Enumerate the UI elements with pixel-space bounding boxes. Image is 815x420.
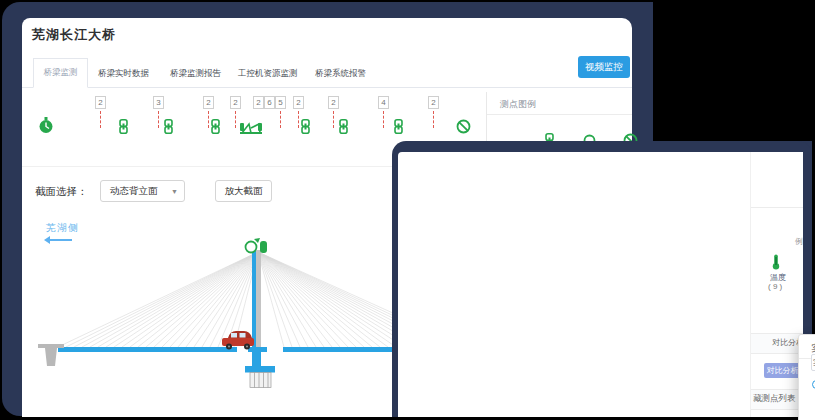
bridge-pier-cap xyxy=(245,366,275,373)
right-sidebar-strip: 例 温度 ( 9 ) 对比分析 对比分析 藏测点列表 xyxy=(750,152,803,417)
section-select-label: 截面选择： xyxy=(35,185,88,199)
sensor-count-badge: 2 xyxy=(328,96,339,109)
zoom-section-button[interactable]: 放大截面 xyxy=(215,180,272,202)
link-icon[interactable] xyxy=(299,119,312,138)
legend-panel-underline xyxy=(487,114,632,115)
bridge-pylon xyxy=(256,250,261,347)
link-icon[interactable] xyxy=(337,119,350,138)
realtime-curve-modal: 实时曲线 × 实时曲线图 监控回放 最近两个月 查询开始时间 - 查询结束时间 … xyxy=(798,334,815,420)
strip-fragment-text: 例 xyxy=(795,236,803,247)
sensor-dash-line xyxy=(235,111,236,128)
front-page: 例 温度 ( 9 ) 对比分析 对比分析 藏测点列表 实时曲线 × 实时曲线图 … xyxy=(398,152,803,417)
sensor-dash-line xyxy=(158,111,159,128)
sensor-count-badge: 2 xyxy=(95,96,106,109)
sensor-count-badge: 2 xyxy=(230,96,241,109)
sensor-count-badge: 3 xyxy=(153,96,164,109)
bridge-side-label: 芜湖侧 xyxy=(46,221,79,235)
tab-realtime-curve[interactable]: 实时曲线图 xyxy=(811,354,815,371)
bridge-piles xyxy=(250,373,271,388)
black-region xyxy=(653,0,813,141)
clock-icon[interactable] xyxy=(38,117,54,138)
video-monitor-button[interactable]: 视频监控 xyxy=(578,56,630,78)
bridge-abutment xyxy=(38,344,64,366)
section-select-dropdown[interactable]: 动态背立面 ▼ xyxy=(100,180,185,202)
sensor-dash-line xyxy=(280,111,281,128)
sensor-count-badge: 2 xyxy=(293,96,304,109)
tab-桥梁监测[interactable]: 桥梁监测 xyxy=(33,58,88,88)
sensor-dash-line xyxy=(333,111,334,128)
y-axis-tick: 2,500 xyxy=(803,409,815,418)
sensor-count-badge: 2 xyxy=(253,96,264,109)
tab-divider xyxy=(22,87,632,88)
bridge-deck-center xyxy=(248,347,267,352)
temperature-count: ( 9 ) xyxy=(768,282,782,291)
sensor-count-badge: 2 xyxy=(203,96,214,109)
car xyxy=(222,331,254,350)
link-icon[interactable] xyxy=(209,119,222,138)
ban-icon[interactable] xyxy=(456,119,471,138)
legend-panel-title: 测点图例 xyxy=(500,98,536,111)
compare-analysis-button[interactable]: 对比分析 xyxy=(764,363,801,378)
section-select-value: 动态背立面 xyxy=(110,185,158,198)
tab-工控机资源监测[interactable]: 工控机资源监测 xyxy=(238,68,298,80)
tab-桥梁监测报告[interactable]: 桥梁监测报告 xyxy=(170,68,221,80)
sensor-dash-line xyxy=(100,111,101,128)
sensor-count-badge: 6 xyxy=(264,96,275,109)
sensor-dash-line xyxy=(383,111,384,128)
page-title: 芜湖长江大桥 xyxy=(32,26,116,44)
bridge-sensor-icon[interactable] xyxy=(239,120,263,140)
sensor-count-badge: 2 xyxy=(428,96,439,109)
point-list-header: 藏测点列表 xyxy=(753,393,796,405)
sensor-count-badge: 5 xyxy=(275,96,286,109)
sensor-dash-line xyxy=(433,111,434,128)
chevron-down-icon: ▼ xyxy=(171,188,178,195)
pylon-sensor-icon[interactable] xyxy=(260,241,267,253)
bridge-deck-left xyxy=(58,347,237,352)
tab-桥梁系统报警[interactable]: 桥梁系统报警 xyxy=(315,68,366,80)
thermometer-icon[interactable] xyxy=(771,254,781,270)
strip-divider xyxy=(751,207,803,208)
tab-桥梁实时数据[interactable]: 桥梁实时数据 xyxy=(98,68,149,80)
link-icon[interactable] xyxy=(117,119,130,138)
link-icon[interactable] xyxy=(392,119,405,138)
link-icon[interactable] xyxy=(162,119,175,138)
sensor-count-badge: 4 xyxy=(378,96,389,109)
